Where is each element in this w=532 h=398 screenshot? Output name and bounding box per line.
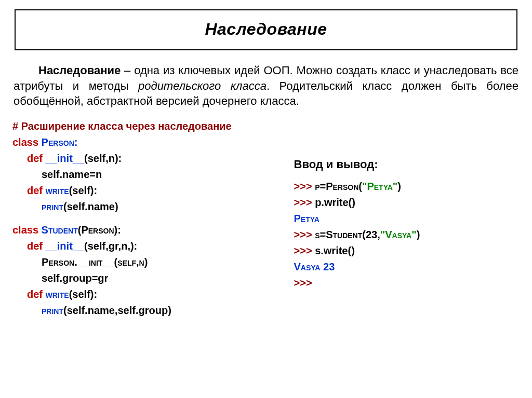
io-out1: Petya	[294, 211, 523, 227]
code-comment: # Расширение класса через наследование	[12, 118, 290, 134]
code-line-init1: def __init__(self,n):	[12, 150, 290, 167]
code-line-write2: def write(self):	[12, 286, 290, 303]
page-title: Наследование	[16, 20, 516, 39]
io-heading: Ввод и вывод:	[294, 156, 523, 173]
code-line-selfname: self.name=n	[12, 167, 290, 183]
io-line3: >>> s=Student(23,"Vasya")	[294, 227, 523, 243]
code-line-print1: print(self.name)	[12, 199, 290, 215]
io-line1: >>> p=Person("Petya")	[294, 179, 523, 195]
slide: Наследование Наследование – одна из ключ…	[0, 0, 532, 398]
io-line2: >>> p.write()	[294, 195, 523, 211]
code-line-write1: def write(self):	[12, 183, 290, 199]
code-line-class-student: class Student(Person):	[12, 222, 290, 238]
code-block: # Расширение класса через наследование c…	[9, 118, 290, 319]
term-inheritance: Наследование	[38, 64, 121, 77]
content-columns: # Расширение класса через наследование c…	[9, 118, 523, 319]
parent-class-em: родительского класса	[138, 79, 267, 92]
code-line-super: Person.__init__(self,n)	[12, 254, 290, 270]
title-box: Наследование	[15, 9, 517, 50]
intro-paragraph: Наследование – одна из ключевых идей ООП…	[14, 63, 518, 109]
io-last-prompt: >>>	[294, 275, 523, 291]
io-line4: >>> s.write()	[294, 243, 523, 259]
io-out2: Vasya 23	[294, 259, 523, 275]
io-block: Ввод и вывод: >>> p=Person("Petya") >>> …	[290, 156, 523, 319]
code-line-init2: def __init__(self,gr,n,):	[12, 238, 290, 254]
code-line-class-person: class Person:	[12, 134, 290, 150]
code-line-print2: print(self.name,self.group)	[12, 303, 290, 319]
code-line-selfgroup: self.group=gr	[12, 270, 290, 286]
